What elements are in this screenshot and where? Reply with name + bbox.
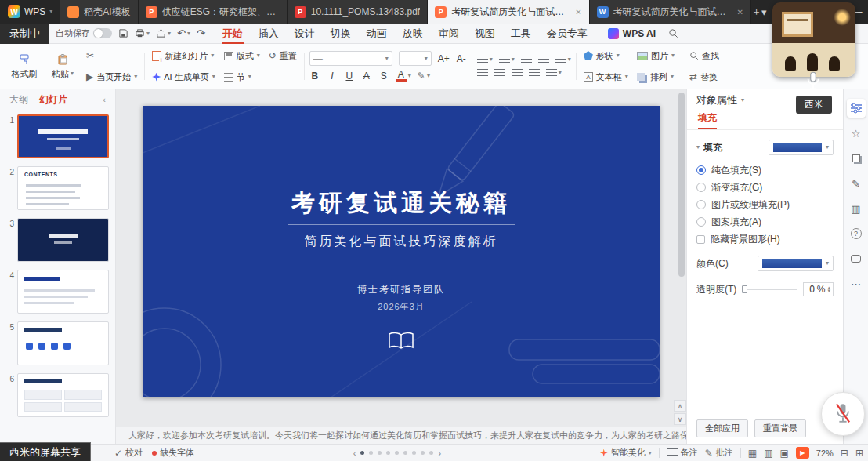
slideshow-play-button[interactable]: ▶ bbox=[796, 447, 809, 459]
next-slide-button[interactable]: ∨ bbox=[674, 413, 686, 425]
print-button[interactable]: ▾ bbox=[135, 28, 150, 38]
ribbon-tab-animations[interactable]: 动画 bbox=[359, 24, 395, 44]
wps-ai-button[interactable]: WPS AI bbox=[602, 28, 662, 39]
comments-dock-button[interactable] bbox=[847, 249, 866, 268]
replace-button[interactable]: ⇄ 替换 bbox=[687, 69, 722, 85]
reading-view-icon[interactable]: ▣ bbox=[779, 448, 788, 459]
scrollbar-thumb[interactable] bbox=[678, 93, 685, 277]
bullet-list-button[interactable]: ▾ bbox=[477, 56, 493, 64]
option-gradient-fill[interactable]: 渐变填充(G) bbox=[696, 179, 834, 196]
pager-dot[interactable] bbox=[429, 451, 433, 455]
strikethrough-button[interactable]: A bbox=[361, 71, 372, 82]
autosave-control[interactable]: 自动保存 bbox=[56, 27, 112, 39]
ribbon-tab-transitions[interactable]: 切换 bbox=[323, 24, 359, 44]
font-name-select[interactable]: — ▾ bbox=[309, 51, 392, 66]
chart-dock-button[interactable]: ▥ bbox=[847, 199, 866, 218]
highlight-button[interactable]: ✎ ▾ bbox=[418, 71, 430, 81]
object-properties-dock-button[interactable] bbox=[847, 99, 866, 118]
tab-slides[interactable]: 幻灯片 bbox=[39, 93, 67, 107]
new-slide-button[interactable]: 新建幻灯片 ▾ bbox=[150, 48, 217, 64]
format-painter-button[interactable]: 格式刷 bbox=[7, 46, 42, 86]
pager-dot[interactable] bbox=[403, 451, 407, 455]
fill-color-dropdown[interactable]: ▾ bbox=[769, 140, 834, 155]
columns-button[interactable]: ▾ bbox=[546, 69, 562, 78]
close-tab-icon[interactable]: ✕ bbox=[575, 8, 581, 16]
ribbon-tab-view[interactable]: 视图 bbox=[467, 24, 503, 44]
microphone-muted-button[interactable] bbox=[821, 392, 865, 436]
export-button[interactable]: ▾ bbox=[156, 28, 171, 38]
more-dock-button[interactable]: ⋯ bbox=[847, 274, 866, 293]
pager-dot[interactable] bbox=[395, 451, 399, 455]
smart-beautify-button[interactable]: 智能美化 ▾ bbox=[600, 447, 652, 459]
spin-down-icon[interactable]: ▾ bbox=[827, 289, 830, 292]
tab-supply-chain-esg[interactable]: P 供应链ESG：研究框架、挑战与未来 bbox=[139, 0, 288, 24]
pager-dot[interactable] bbox=[386, 451, 390, 455]
material-library-dock-button[interactable] bbox=[847, 149, 866, 168]
editor-canvas[interactable]: 考研复试通关秘籍 简历美化与面试技巧深度解析 博士考研指导团队 2026年3月 … bbox=[116, 89, 686, 427]
pager-dot[interactable] bbox=[369, 451, 373, 455]
slide-team-text[interactable]: 博士考研指导团队 bbox=[143, 283, 660, 296]
font-color-button[interactable]: A ▾ bbox=[396, 71, 411, 82]
fill-section-header[interactable]: ▾ 填充 bbox=[696, 141, 722, 154]
slider-handle[interactable] bbox=[742, 285, 747, 293]
current-slide[interactable]: 考研复试通关秘籍 简历美化与面试技巧深度解析 博士考研指导团队 2026年3月 bbox=[143, 106, 660, 397]
slide-thumbnail-4[interactable]: 4 bbox=[0, 270, 109, 314]
textbox-button[interactable]: A 文本框 ▾ bbox=[581, 69, 631, 85]
italic-button[interactable]: I bbox=[327, 71, 338, 82]
fit-width-icon[interactable]: ⊞ bbox=[855, 448, 863, 459]
ribbon-tab-membership[interactable]: 会员专享 bbox=[539, 24, 595, 44]
layout-button[interactable]: 版式 ▾ bbox=[222, 48, 262, 64]
close-tab-icon[interactable]: ✕ bbox=[737, 8, 743, 16]
grow-font-button[interactable]: A+ bbox=[438, 53, 450, 64]
missing-font-warning[interactable]: 缺失字体 bbox=[152, 447, 194, 459]
tab-kaoyan-presentation-active[interactable]: P 考研复试简历美化与面试技.. ✕ bbox=[428, 0, 589, 24]
previous-slide-button[interactable]: ∧ bbox=[674, 400, 686, 412]
align-center-icon[interactable] bbox=[494, 69, 505, 78]
align-right-icon[interactable] bbox=[512, 69, 523, 78]
cut-button[interactable]: ✂ bbox=[84, 48, 139, 64]
pager-dot[interactable] bbox=[421, 451, 425, 455]
pager-dot[interactable] bbox=[412, 451, 416, 455]
outdent-icon[interactable] bbox=[521, 56, 532, 64]
wps-home-button[interactable]: W WPS ▾ bbox=[0, 0, 60, 24]
section-button[interactable]: 节 ▾ bbox=[222, 69, 262, 85]
pager-dot-active[interactable] bbox=[360, 451, 364, 455]
tab-poms-pdf[interactable]: P 10.1111_POMS.13483.pdf bbox=[288, 0, 428, 24]
help-dock-button[interactable]: ? bbox=[847, 224, 866, 243]
autosave-toggle[interactable] bbox=[93, 28, 112, 38]
find-button[interactable]: 查找 bbox=[687, 48, 722, 64]
favorites-dock-button[interactable]: ☆ bbox=[847, 124, 866, 143]
align-left-icon[interactable] bbox=[477, 69, 488, 78]
slide-thumbnail-1[interactable]: 1 bbox=[0, 114, 109, 158]
color-dropdown[interactable]: ▾ bbox=[758, 256, 834, 271]
slide-thumbnail-6[interactable]: 6 bbox=[0, 373, 109, 417]
option-pattern-fill[interactable]: 图案填充(A) bbox=[696, 213, 834, 230]
spinner-arrows[interactable]: ▴ ▾ bbox=[827, 286, 830, 292]
reset-background-button[interactable]: 重置背景 bbox=[754, 419, 806, 437]
line-spacing-button[interactable]: ▾ bbox=[555, 56, 571, 64]
zoom-level[interactable]: 72% bbox=[816, 448, 834, 458]
undo-button[interactable]: ↶ ▾ bbox=[177, 27, 190, 39]
ribbon-tab-home[interactable]: 开始 bbox=[215, 24, 251, 44]
ribbon-tab-review[interactable]: 审阅 bbox=[431, 24, 467, 44]
collapse-panel-icon[interactable]: ‹ bbox=[103, 95, 106, 104]
annotate-dock-button[interactable]: ✎ bbox=[847, 174, 866, 193]
shrink-font-button[interactable]: A- bbox=[456, 53, 467, 64]
slide-thumbnail-3[interactable]: 3 bbox=[0, 218, 109, 262]
play-from-current-button[interactable]: ▶ 当页开始 ▾ bbox=[84, 69, 139, 85]
slide-thumbnail-2[interactable]: 2 CONTENTS bbox=[0, 166, 109, 210]
transparency-spinner[interactable]: 0 % ▴ ▾ bbox=[803, 282, 834, 296]
slide-title-text[interactable]: 考研复试通关秘籍 bbox=[143, 187, 660, 220]
ai-single-page-button[interactable]: AI 生成单页 ▾ bbox=[150, 69, 217, 85]
tab-fill[interactable]: 填充 bbox=[698, 111, 717, 129]
text-shadow-button[interactable]: S bbox=[378, 71, 389, 82]
justify-icon[interactable] bbox=[529, 69, 540, 78]
numbered-list-button[interactable]: ▾ bbox=[499, 56, 515, 64]
picture-button[interactable]: 图片 ▾ bbox=[635, 48, 677, 64]
ribbon-search-button[interactable] bbox=[668, 28, 678, 38]
chevron-down-icon[interactable]: ▾ bbox=[741, 97, 744, 103]
option-picture-texture-fill[interactable]: 图片或纹理填充(P) bbox=[696, 196, 834, 213]
slide-date-text[interactable]: 2026年3月 bbox=[143, 301, 660, 313]
speaker-notes-bar[interactable]: 大家好，欢迎参加本次考研复试培训。今天我们将一起探讨如何通过美化简历和掌握面试技… bbox=[116, 427, 686, 444]
tab-daoke-ai-templates[interactable]: 稻壳AI模板 bbox=[60, 0, 138, 24]
